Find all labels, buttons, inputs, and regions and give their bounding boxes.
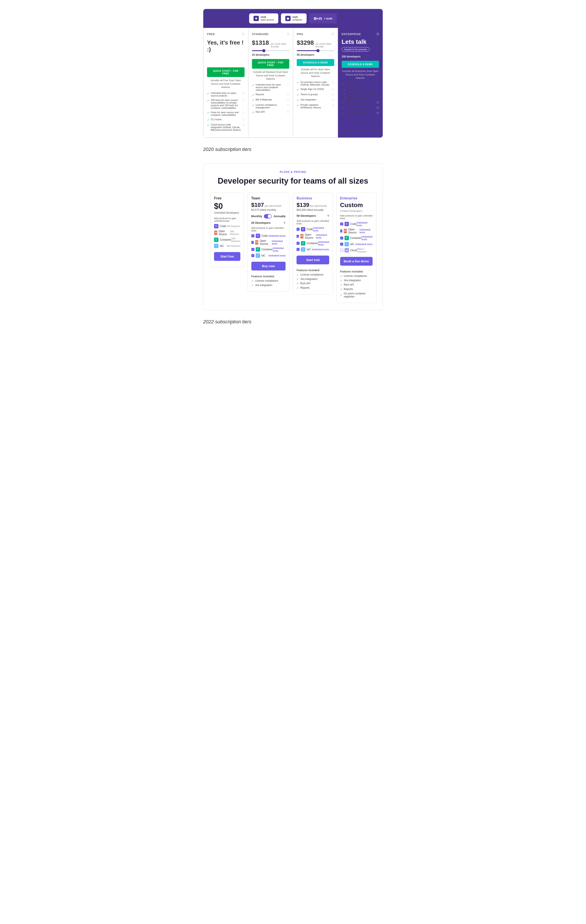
info-icon[interactable]: ⓘ bbox=[332, 104, 334, 107]
info-icon[interactable]: ⓘ bbox=[377, 101, 379, 104]
slider-pro[interactable] bbox=[297, 50, 334, 51]
hosted-badge: Hosted & On premise bbox=[342, 47, 370, 51]
info-icon[interactable]: ⓘ bbox=[287, 104, 289, 107]
feature-ent-2: Air-gapped network support bbox=[342, 92, 379, 95]
feat-check-icon: ✓ bbox=[340, 283, 342, 287]
product-row-iac-team: ✓ I IaC Unlimited tests bbox=[251, 253, 286, 258]
tab-container[interactable]: snykcontainer bbox=[281, 13, 306, 23]
product-row-container-ent22: ✓ C Container Unlimited tests bbox=[340, 235, 373, 241]
container-icon: C bbox=[301, 241, 305, 246]
checkbox-cloud-ent22[interactable] bbox=[340, 249, 343, 252]
info-icon[interactable]: ⓘ bbox=[242, 99, 245, 102]
os-icon: OS bbox=[255, 240, 258, 244]
info-icon[interactable]: ⓘ bbox=[377, 111, 379, 115]
product-row-container-business: ✓ C Container Unlimited tests bbox=[296, 241, 329, 246]
iac-icon: I bbox=[214, 244, 219, 248]
info-icon[interactable]: ⓘ bbox=[287, 93, 289, 96]
info-icon[interactable]: ⓘ bbox=[242, 123, 245, 127]
info-icon[interactable]: ⓘ bbox=[332, 98, 334, 102]
info-icon-free[interactable]: ⓘ bbox=[242, 33, 245, 36]
check-icon: ✓ bbox=[342, 106, 344, 110]
plan-price-standard: $1318 per month billed annually bbox=[252, 39, 290, 48]
checkbox-os-ent22[interactable]: ✓ bbox=[340, 229, 342, 233]
slider-standard[interactable] bbox=[252, 50, 290, 51]
feature-enterprise22-3: ✓ Reports bbox=[340, 287, 373, 291]
checkbox-container-team[interactable]: ✓ bbox=[251, 248, 254, 251]
checkbox-code-business[interactable]: ✓ bbox=[296, 228, 300, 231]
plans-grid-2022: Free $0 Unlimited Developers Add product… bbox=[210, 193, 376, 303]
billing-toggle[interactable] bbox=[264, 214, 272, 218]
checkbox-container-ent22[interactable]: ✓ bbox=[340, 236, 343, 239]
feature-std-1: ✓ Reports ⓘ bbox=[252, 93, 290, 97]
toggle-thumb bbox=[268, 214, 271, 218]
tab-both[interactable]: ⊞+🗃 + both bbox=[309, 13, 337, 23]
info-icon[interactable]: ⓘ bbox=[332, 81, 334, 84]
checkbox-iac-team[interactable]: ✓ bbox=[251, 254, 254, 257]
feature-pro-4: ✓ Private registries (Artifactory, Nexus… bbox=[297, 104, 334, 109]
cta-start-free[interactable]: Start free bbox=[214, 252, 240, 261]
feature-std-3: ✓ License compliance management ⓘ bbox=[252, 104, 290, 109]
plan-price-free: Yes, it's free ! :) bbox=[207, 39, 245, 53]
info-icon[interactable]: ⓘ bbox=[242, 118, 245, 121]
feature-ent-4: ✓ Support & SLAs ⓘ bbox=[342, 101, 379, 104]
product-row-iac-free: I IaC 300 tests/mo bbox=[214, 244, 240, 248]
product-row-code-free: C Code 100 tests/mo bbox=[214, 224, 240, 228]
plan-team-2022: Team $107 per dev/month $2,675 billed mo… bbox=[248, 193, 290, 292]
iac-icon: I bbox=[256, 253, 260, 258]
feature-pro-0: ✓ On premise source code (GitHub, Bitbuc… bbox=[297, 81, 334, 86]
info-icon[interactable]: ⓘ bbox=[242, 92, 245, 95]
feature-business-3: ✓ Reports bbox=[296, 286, 329, 290]
cta-standard-2020[interactable]: QUICK START - FOR FREE bbox=[252, 59, 290, 69]
plan-devs-enterprise: 150 developers bbox=[342, 55, 379, 58]
plan-name-standard: STANDARD ⓘ bbox=[252, 33, 290, 36]
info-icon[interactable]: ⓘ bbox=[377, 106, 379, 109]
plan-unlimited-devs: Unlimited Developers bbox=[214, 211, 240, 214]
checkbox-code-ent22[interactable]: ✓ bbox=[340, 223, 343, 226]
check-icon: ✓ bbox=[297, 81, 299, 84]
product-row-cloud-ent22: ☁ Cloud Billed / resource bbox=[340, 248, 373, 253]
product-row-os-ent22: ✓ OS Open Source Unlimited tests bbox=[340, 228, 373, 234]
feature-team-0: ✓ License compliance bbox=[251, 279, 286, 282]
plan-tier-name-enterprise22: Enterprise bbox=[340, 196, 373, 200]
checkbox-container-business[interactable]: ✓ bbox=[296, 242, 300, 245]
cta-book-demo[interactable]: Book a live demo bbox=[340, 257, 373, 266]
checkbox-code-team[interactable]: ✓ bbox=[251, 234, 254, 238]
check-icon: ✓ bbox=[297, 104, 299, 107]
chevron-down-icon[interactable]: ∨ bbox=[327, 214, 329, 217]
feature-std-0: ✓ Unlimited tests for open source and co… bbox=[252, 83, 290, 91]
chevron-down-icon[interactable]: ∨ bbox=[283, 221, 286, 224]
check-icon: ✓ bbox=[252, 93, 254, 97]
code-icon: C bbox=[214, 224, 219, 228]
cta-enterprise-2020[interactable]: SCHEDULE A DEMO bbox=[342, 61, 379, 68]
bullet-dot bbox=[344, 93, 345, 94]
checkbox-os-business[interactable]: ✓ bbox=[296, 235, 299, 238]
info-icon[interactable]: ⓘ bbox=[287, 111, 289, 114]
cta-free-2020[interactable]: QUICK START - FOR FREE bbox=[207, 68, 245, 77]
feat-check-icon: ✓ bbox=[340, 279, 342, 282]
info-icon[interactable]: ⓘ bbox=[287, 98, 289, 102]
plan-free-2020: FREE ⓘ Yes, it's free ! :) QUICK START -… bbox=[203, 28, 248, 137]
info-icon[interactable]: ⓘ bbox=[242, 111, 245, 114]
section-2020: snykopen source snykcontainer ⊞+🗃 + both… bbox=[203, 9, 383, 138]
tab-open-source[interactable]: snykopen source bbox=[249, 13, 278, 23]
check-icon: ✓ bbox=[207, 92, 209, 95]
info-icon[interactable]: ⓘ bbox=[332, 88, 334, 91]
info-icon-standard[interactable]: ⓘ bbox=[287, 33, 290, 36]
checkbox-iac-business[interactable]: ✓ bbox=[296, 248, 300, 251]
plan-enterprise-2022: Enterprise Custom Limited Developers Add… bbox=[336, 193, 376, 303]
info-icon[interactable]: ⓘ bbox=[287, 83, 289, 87]
checkbox-iac-ent22[interactable]: ✓ bbox=[340, 243, 343, 246]
cta-buy-now[interactable]: Buy now bbox=[251, 262, 286, 271]
info-icon-pro[interactable]: ⓘ bbox=[332, 33, 334, 36]
info-icon-enterprise[interactable]: ⓘ bbox=[377, 33, 379, 36]
add-products-team: Add products to gain unlimited tests bbox=[251, 227, 286, 232]
plan-devs-pro: 50 developers bbox=[297, 53, 334, 56]
feat-check-icon: ✓ bbox=[340, 274, 342, 278]
check-icon: ✓ bbox=[207, 111, 209, 114]
cta-pro-2020[interactable]: SCHEDULE A DEMO bbox=[297, 59, 334, 66]
feature-free-1: ✓ 200 tests for open source vulnerabilit… bbox=[207, 99, 245, 109]
checkbox-os-team[interactable]: ✓ bbox=[251, 241, 254, 244]
features-included-business: Features included: bbox=[296, 269, 329, 272]
info-icon[interactable]: ⓘ bbox=[332, 93, 334, 96]
cta-start-trial[interactable]: Start trial bbox=[296, 256, 329, 264]
